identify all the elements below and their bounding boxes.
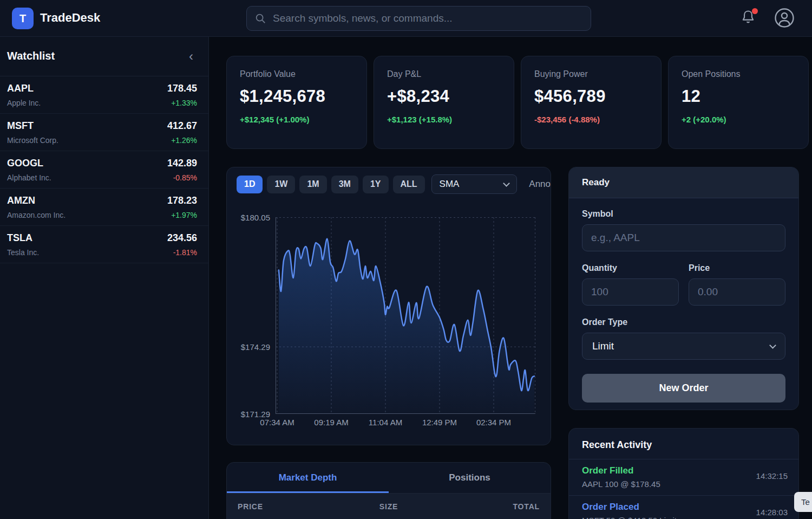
company-name: Alphabet Inc. xyxy=(7,173,51,182)
stat-value: $1,245,678 xyxy=(240,87,353,106)
depth-table-header: PRICE SIZE TOTAL xyxy=(227,494,551,519)
order-type-label: Order Type xyxy=(582,317,785,327)
activity-time: 14:28:03 xyxy=(756,508,788,517)
recent-activity-title: Recent Activity xyxy=(569,429,798,459)
app-logo[interactable]: T xyxy=(12,8,34,29)
x-axis-tick: 09:19 AM xyxy=(314,418,348,427)
global-search[interactable] xyxy=(246,6,591,31)
quantity-field[interactable] xyxy=(582,278,679,306)
recent-activity-panel: Recent Activity Order Filled AAPL 100 @ … xyxy=(568,428,799,519)
ticker-change: -1.81% xyxy=(173,248,197,257)
watchlist-item-aapl[interactable]: AAPL Apple Inc. 178.45 +1.33% xyxy=(0,76,208,114)
stat-card-portfolio-value: Portfolio Value $1,245,678 +$12,345 (+1.… xyxy=(226,56,367,149)
y-axis-tick: $174.29 xyxy=(227,342,270,352)
watchlist-sidebar: Watchlist ‹ AAPL Apple Inc. 178.45 +1.33… xyxy=(0,37,209,519)
watchlist-item-msft[interactable]: MSFT Microsoft Corp. 412.67 +1.26% xyxy=(0,114,208,151)
ticker-symbol: MSFT xyxy=(7,120,34,132)
activity-status: Order Filled xyxy=(582,465,785,476)
toast-text: Te xyxy=(801,497,810,507)
stat-label: Portfolio Value xyxy=(240,69,353,79)
market-data-panel: Market Depth Positions PRICE SIZE TOTAL xyxy=(226,462,551,519)
stat-change: +$1,123 (+15.8%) xyxy=(387,115,501,124)
search-input[interactable] xyxy=(266,12,591,24)
column-header-total: TOTAL xyxy=(443,502,551,511)
ticker-symbol: AMZN xyxy=(7,195,35,206)
stat-change: -$23,456 (-4.88%) xyxy=(534,115,648,124)
ticker-change: +1.26% xyxy=(171,136,197,145)
ticker-price: 142.89 xyxy=(167,158,197,169)
main-content: Portfolio Value $1,245,678 +$12,345 (+1.… xyxy=(209,37,812,519)
stat-change: +$12,345 (+1.00%) xyxy=(240,115,353,124)
new-order-button[interactable]: New Order xyxy=(582,374,785,403)
search-icon xyxy=(254,12,266,24)
watchlist-item-amzn[interactable]: AMZN Amazon.com Inc. 178.23 +1.97% xyxy=(0,189,208,226)
x-axis-tick: 02:34 PM xyxy=(476,418,511,427)
activity-detail: MSFT 50 @ $412.50 Limit xyxy=(582,516,785,519)
toast-clipped[interactable]: Te xyxy=(794,492,812,512)
activity-item[interactable]: Order Filled AAPL 100 @ $178.45 14:32:15 xyxy=(569,459,798,496)
timeframe-button-3m[interactable]: 3M xyxy=(331,176,358,193)
market-data-tabs: Market Depth Positions xyxy=(227,463,551,494)
price-field[interactable] xyxy=(689,278,785,306)
account-button[interactable] xyxy=(774,8,795,28)
chevron-down-icon xyxy=(769,342,776,349)
column-header-size: SIZE xyxy=(335,502,442,511)
tab-market-depth[interactable]: Market Depth xyxy=(227,463,389,493)
order-form: Symbol Quantity Price Order Type Limit xyxy=(569,198,798,410)
stat-card-open-positions: Open Positions 12 +2 (+20.0%) xyxy=(668,56,809,149)
ticker-change: -0.85% xyxy=(173,173,197,182)
watchlist-item-tsla[interactable]: TSLA Tesla Inc. 234.56 -1.81% xyxy=(0,226,208,263)
timeframe-button-all[interactable]: ALL xyxy=(393,176,425,193)
ticker-price: 412.67 xyxy=(167,120,197,132)
company-name: Microsoft Corp. xyxy=(7,136,58,145)
price-area-chart[interactable] xyxy=(276,217,535,414)
watchlist-item-googl[interactable]: GOOGL Alphabet Inc. 142.89 -0.85% xyxy=(0,151,208,189)
company-name: Apple Inc. xyxy=(7,99,41,107)
order-status-header: Ready xyxy=(569,167,798,198)
tab-positions[interactable]: Positions xyxy=(389,463,551,493)
stat-card-day-pnl: Day P&L +$8,234 +$1,123 (+15.8%) xyxy=(374,56,514,149)
timeframe-button-1y[interactable]: 1Y xyxy=(363,176,389,193)
indicator-value: SMA xyxy=(440,179,505,190)
ticker-price: 234.56 xyxy=(167,232,197,244)
chart-toolbar: 1D 1W 1M 3M 1Y ALL SMA Anno xyxy=(227,175,551,193)
stat-card-buying-power: Buying Power $456,789 -$23,456 (-4.88%) xyxy=(521,56,662,149)
activity-item[interactable]: Order Placed MSFT 50 @ $412.50 Limit 14:… xyxy=(569,496,798,519)
stat-value: +$8,234 xyxy=(387,87,501,106)
ticker-symbol: TSLA xyxy=(7,232,32,244)
stat-label: Open Positions xyxy=(682,69,795,79)
timeframe-button-1d[interactable]: 1D xyxy=(237,176,263,193)
company-name: Amazon.com Inc. xyxy=(7,211,66,219)
activity-status: Order Placed xyxy=(582,502,785,512)
x-axis-tick: 12:49 PM xyxy=(422,418,457,427)
price-chart-panel: 1D 1W 1M 3M 1Y ALL SMA Anno $180.05 $174… xyxy=(226,167,551,445)
ticker-symbol: GOOGL xyxy=(7,158,43,169)
avatar-icon xyxy=(774,8,795,28)
notifications-button[interactable] xyxy=(741,9,759,28)
notification-dot xyxy=(752,8,758,14)
timeframe-button-1w[interactable]: 1W xyxy=(267,176,295,193)
ticker-symbol: AAPL xyxy=(7,83,34,94)
stat-label: Day P&L xyxy=(387,69,501,79)
stat-value: 12 xyxy=(682,87,795,106)
symbol-field[interactable] xyxy=(582,224,785,251)
chevron-down-icon xyxy=(503,180,510,187)
company-name: Tesla Inc. xyxy=(7,248,39,257)
x-axis-tick: 07:34 AM xyxy=(260,418,294,427)
watchlist-header: Watchlist ‹ xyxy=(0,37,208,76)
order-type-select[interactable]: Limit xyxy=(582,333,785,360)
stat-label: Buying Power xyxy=(534,69,648,79)
ticker-price: 178.45 xyxy=(167,83,197,94)
timeframe-button-1m[interactable]: 1M xyxy=(299,176,326,193)
indicator-select[interactable]: SMA xyxy=(431,174,518,194)
stat-change: +2 (+20.0%) xyxy=(682,115,795,124)
activity-time: 14:32:15 xyxy=(756,471,788,481)
order-type-value: Limit xyxy=(592,340,770,352)
ticker-price: 178.23 xyxy=(167,195,197,206)
annotations-button-clipped[interactable]: Anno xyxy=(529,179,551,190)
app-title: TradeDesk xyxy=(40,11,100,25)
quantity-label: Quantity xyxy=(582,263,679,273)
activity-detail: AAPL 100 @ $178.45 xyxy=(582,479,785,489)
stats-row: Portfolio Value $1,245,678 +$12,345 (+1.… xyxy=(226,56,809,149)
sidebar-collapse-button[interactable]: ‹ xyxy=(189,49,193,64)
